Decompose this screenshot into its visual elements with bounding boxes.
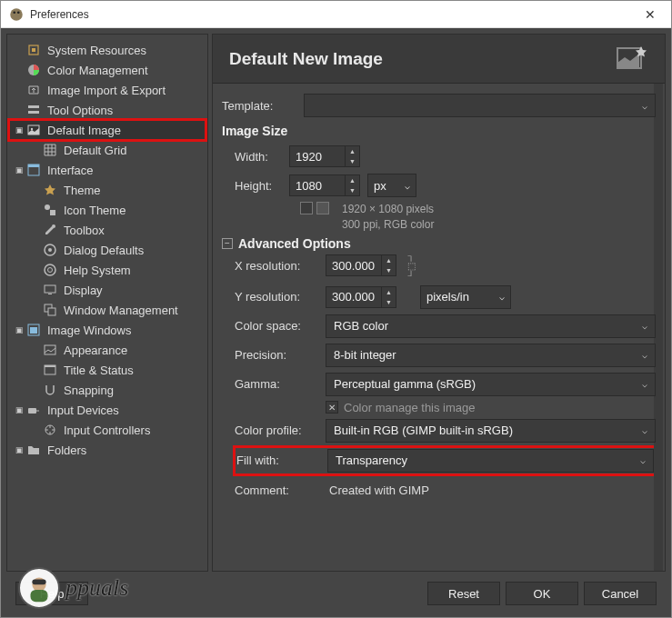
template-combo[interactable]: ⌵	[304, 94, 656, 117]
tree-item-tool-options[interactable]: Tool Options	[9, 100, 206, 120]
collapse-icon[interactable]: ▣	[13, 325, 25, 334]
collapse-icon[interactable]: ▣	[13, 165, 25, 174]
triangle-down-icon[interactable]: ▼	[345, 185, 359, 195]
gamma-label: Gamma:	[235, 377, 326, 391]
color-manage-row[interactable]: ✕ Color manage this image	[326, 401, 656, 414]
expand-icon[interactable]: ▣	[13, 445, 25, 454]
windows-icon	[42, 303, 58, 317]
chevron-down-icon: ⌵	[642, 350, 647, 360]
preferences-window: Preferences ✕ System Resources Color Man…	[0, 0, 672, 618]
tree-label: Color Management	[47, 64, 148, 77]
tree-label: Default Grid	[64, 144, 126, 157]
tree-label: Input Devices	[47, 404, 119, 417]
tree-item-appearance[interactable]: Appearance	[9, 340, 206, 360]
help-icon	[42, 263, 58, 277]
chain-link-icon[interactable]: ┐⬚┘	[402, 251, 420, 281]
height-spin[interactable]: ▲▼	[289, 174, 360, 196]
color-wheel-icon	[25, 63, 42, 77]
tree-label: Help System	[64, 264, 131, 277]
tree-item-color-management[interactable]: Color Management	[9, 60, 206, 80]
tree-label: System Resources	[47, 44, 146, 57]
gamma-combo[interactable]: Perceptual gamma (sRGB) ⌵	[326, 373, 656, 396]
tree-item-display[interactable]: Display	[9, 280, 206, 300]
tree-item-input-devices[interactable]: ▣ Input Devices	[9, 400, 206, 420]
triangle-up-icon[interactable]: ▲	[381, 255, 396, 265]
chevron-down-icon: ⌵	[640, 455, 646, 465]
tree-label: Image Import & Export	[47, 84, 165, 97]
triangle-down-icon[interactable]: ▼	[381, 297, 396, 307]
import-export-icon	[25, 83, 42, 97]
svg-point-1	[13, 11, 15, 14]
folders-icon	[25, 443, 42, 457]
svg-rect-28	[28, 408, 36, 414]
collapse-minus-icon[interactable]: −	[222, 238, 233, 249]
unit-combo[interactable]: px ⌵	[367, 174, 416, 197]
fill-combo[interactable]: Transparency ⌵	[327, 449, 654, 473]
reset-button[interactable]: Reset	[427, 582, 500, 605]
preferences-tree[interactable]: System Resources Color Management Image …	[6, 34, 208, 572]
colorspace-combo[interactable]: RGB color ⌵	[326, 314, 656, 338]
triangle-up-icon[interactable]: ▲	[381, 287, 396, 297]
tree-item-default-image[interactable]: ▣ Default Image	[9, 120, 206, 140]
tree-item-dialog-defaults[interactable]: Dialog Defaults	[9, 240, 206, 260]
xres-spin[interactable]: ▲▼	[326, 254, 396, 276]
theme-icon	[42, 183, 58, 197]
tree-item-icon-theme[interactable]: Icon Theme	[9, 200, 206, 220]
precision-row: Precision: 8-bit integer ⌵	[235, 343, 656, 368]
tree-item-image-windows[interactable]: ▣ Image Windows	[9, 320, 206, 340]
ok-button[interactable]: OK	[506, 582, 578, 605]
snapping-icon	[42, 383, 58, 397]
collapse-icon[interactable]: ▣	[13, 125, 25, 135]
width-input[interactable]	[290, 146, 345, 166]
xres-input[interactable]	[326, 255, 381, 275]
cancel-button[interactable]: Cancel	[584, 582, 657, 605]
unit-value: px	[374, 179, 386, 193]
columns: System Resources Color Management Image …	[6, 34, 666, 572]
profile-combo[interactable]: Built-in RGB (GIMP built-in sRGB) ⌵	[326, 419, 656, 443]
tree-label: Default Image	[47, 124, 121, 137]
precision-combo[interactable]: 8-bit integer ⌵	[326, 344, 656, 367]
advanced-header[interactable]: − Advanced Options	[222, 236, 656, 251]
template-row: Template: ⌵	[222, 93, 656, 118]
triangle-down-icon[interactable]: ▼	[345, 156, 359, 166]
xres-row: X resolution: ▲▼ ┐⬚┘	[235, 251, 656, 281]
tree-label: Icon Theme	[64, 204, 125, 217]
collapse-icon[interactable]: ▣	[13, 405, 25, 414]
checkbox-checked-icon[interactable]: ✕	[326, 401, 338, 414]
triangle-down-icon[interactable]: ▼	[381, 265, 396, 275]
tree-item-window-management[interactable]: Window Management	[9, 300, 206, 320]
gamma-row: Gamma: Perceptual gamma (sRGB) ⌵	[235, 372, 656, 397]
width-spin[interactable]: ▲▼	[289, 145, 360, 167]
colorspace-label: Color space:	[235, 319, 326, 333]
tree-item-folders[interactable]: ▣ Folders	[9, 440, 206, 460]
yres-spin[interactable]: ▲▼	[326, 286, 396, 308]
tree-item-help-system[interactable]: Help System	[9, 260, 206, 280]
triangle-up-icon[interactable]: ▲	[345, 175, 359, 185]
tree-item-system-resources[interactable]: System Resources	[9, 40, 206, 60]
svg-point-14	[52, 224, 55, 228]
tree-item-input-controllers[interactable]: Input Controllers	[9, 420, 206, 440]
tree-label: Folders	[47, 444, 86, 457]
res-unit-combo[interactable]: pixels/in ⌵	[420, 285, 511, 309]
svg-rect-7	[28, 111, 39, 114]
height-input[interactable]	[290, 175, 345, 195]
landscape-icon[interactable]	[316, 202, 329, 214]
display-icon	[42, 283, 58, 297]
portrait-icon[interactable]	[300, 202, 313, 214]
image-icon	[25, 123, 42, 137]
tree-item-default-grid[interactable]: Default Grid	[9, 140, 206, 160]
toolbox-icon	[42, 223, 58, 237]
tree-item-toolbox[interactable]: Toolbox	[9, 220, 206, 240]
comment-input[interactable]	[326, 480, 656, 502]
tree-item-title-status[interactable]: Title & Status	[9, 360, 206, 380]
triangle-up-icon[interactable]: ▲	[345, 146, 359, 156]
tree-item-import-export[interactable]: Image Import & Export	[9, 80, 206, 100]
yres-input[interactable]	[326, 287, 381, 307]
tree-item-theme[interactable]: Theme	[9, 180, 206, 200]
res-unit-value: pixels/in	[426, 290, 469, 304]
help-button[interactable]: Help	[15, 582, 88, 605]
tree-item-snapping[interactable]: Snapping	[9, 380, 206, 400]
svg-rect-22	[48, 308, 55, 315]
close-button[interactable]: ✕	[629, 1, 671, 28]
tree-item-interface[interactable]: ▣ Interface	[9, 160, 206, 180]
